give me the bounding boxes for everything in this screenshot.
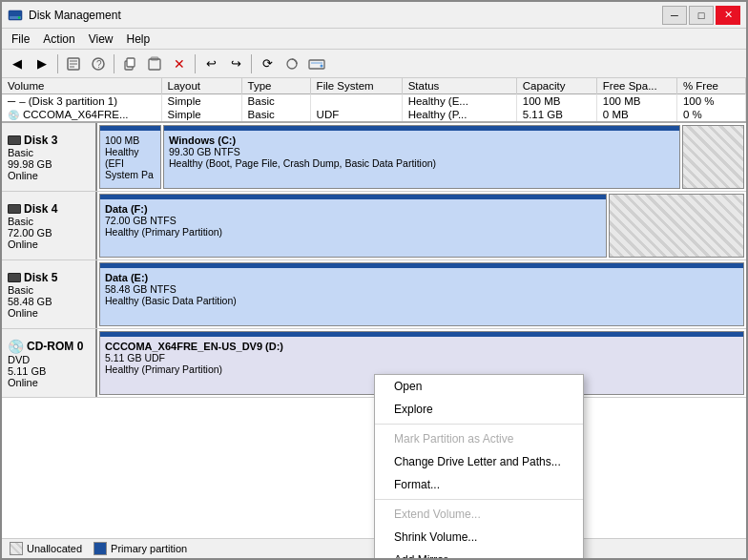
back-button[interactable]: ◀: [6, 53, 29, 74]
copy-button[interactable]: [118, 53, 141, 74]
context-menu: OpenExploreMark Partition as ActiveChang…: [374, 374, 584, 558]
part-size-0-0: 100 MB: [105, 135, 156, 146]
table-cell-r1-c0: 💿CCCOMA_X64FRE...: [2, 108, 161, 121]
table-cell-r1-c2: Basic: [241, 108, 310, 121]
menu-bar: File Action View Help: [2, 29, 746, 50]
disk-label-1: Disk 4 Basic 72.00 GB Online: [2, 192, 97, 259]
disk-icon: [8, 135, 21, 145]
context-menu-item-4[interactable]: Format...: [375, 473, 583, 496]
rescan-button[interactable]: [280, 53, 303, 74]
table-cell-r1-c5: 5.11 GB: [516, 108, 596, 121]
table-cell-r1-c1: Simple: [161, 108, 241, 121]
partition-stripe-2-0: [100, 263, 743, 268]
partition-1-0[interactable]: Data (F:)72.00 GB NTFSHealthy (Primary P…: [99, 194, 607, 258]
close-button[interactable]: ✕: [716, 6, 740, 25]
context-menu-item-7[interactable]: Add Mirror...: [375, 549, 583, 558]
disk-label-0: Disk 3 Basic 99.98 GB Online: [2, 123, 97, 191]
col-percentfree[interactable]: % Free: [676, 78, 745, 94]
delete-button[interactable]: ✕: [168, 53, 191, 74]
col-volume[interactable]: Volume: [2, 78, 161, 94]
redo-button[interactable]: ↪: [224, 53, 247, 74]
disk-name-2: Disk 5: [24, 271, 57, 284]
menu-view[interactable]: View: [83, 31, 119, 48]
context-menu-item-1[interactable]: Explore: [375, 398, 583, 421]
disk-type-1: Basic: [8, 216, 90, 227]
disk-type-3: DVD: [8, 354, 90, 365]
table-cell-r1-c4: Healthy (P...: [402, 108, 516, 121]
part-label-0-1: Windows (C:): [169, 135, 675, 146]
svg-rect-10: [127, 58, 135, 67]
undo-button[interactable]: ↩: [199, 53, 222, 74]
table-row[interactable]: 💿CCCOMA_X64FRE...SimpleBasicUDFHealthy (…: [2, 108, 746, 121]
disk-name-3: CD-ROM 0: [27, 340, 83, 353]
disk-label-2: Disk 5 Basic 58.48 GB Online: [2, 260, 97, 328]
disk-type-0: Basic: [8, 147, 90, 158]
disk-row-0: Disk 3 Basic 99.98 GB Online 100 MBHealt…: [2, 123, 746, 192]
minimize-button[interactable]: ─: [662, 6, 687, 25]
context-menu-sep-4: [375, 499, 583, 500]
partition-stripe-0-0: [100, 126, 160, 131]
disk-status-0: Online: [8, 170, 90, 181]
help-button[interactable]: ?: [87, 53, 110, 74]
partition-1-1[interactable]: [609, 194, 744, 258]
part-status-2-0: Healthy (Basic Data Partition): [105, 295, 738, 306]
table-cell-r0-c7: 100 %: [676, 94, 745, 109]
forward-button[interactable]: ▶: [31, 53, 53, 74]
table-cell-r0-c4: Healthy (E...: [402, 94, 516, 109]
toolbar-sep-2: [114, 54, 114, 73]
disk-properties-button[interactable]: [305, 53, 328, 74]
refresh-button[interactable]: ⟳: [256, 53, 279, 74]
disk-status-3: Online: [8, 377, 90, 388]
disk-size-0: 99.98 GB: [8, 158, 90, 170]
partition-0-1[interactable]: Windows (C:)99.30 GB NTFSHealthy (Boot, …: [163, 125, 680, 189]
disk-name-0: Disk 3: [24, 134, 57, 147]
svg-rect-14: [309, 60, 324, 69]
title-bar-controls: ─ □ ✕: [662, 6, 740, 25]
maximize-button[interactable]: □: [689, 6, 714, 25]
part-status-0-1: Healthy (Boot, Page File, Crash Dump, Ba…: [169, 157, 675, 169]
col-filesystem[interactable]: File System: [310, 78, 402, 94]
table-cell-r0-c3: [310, 94, 402, 109]
partition-0-0[interactable]: 100 MBHealthy (EFI System Pa: [99, 125, 161, 189]
table-cell-r0-c2: Basic: [241, 94, 310, 109]
window-title: Disk Management: [29, 9, 121, 22]
part-status-1-0: Healthy (Primary Partition): [105, 226, 601, 238]
disk-management-icon: [8, 8, 23, 23]
title-bar: Disk Management ─ □ ✕: [2, 2, 746, 29]
col-status[interactable]: Status: [402, 78, 516, 94]
context-menu-item-2: Mark Partition as Active: [375, 427, 583, 450]
context-menu-item-3[interactable]: Change Drive Letter and Paths...: [375, 450, 583, 473]
partition-2-0[interactable]: Data (E:)58.48 GB NTFSHealthy (Basic Dat…: [99, 262, 744, 326]
part-label-2-0: Data (E:): [105, 272, 738, 283]
menu-action[interactable]: Action: [37, 31, 80, 48]
disk-icon: [8, 204, 21, 214]
col-freespace[interactable]: Free Spa...: [596, 78, 676, 94]
context-menu-sep-1: [375, 424, 583, 425]
disk-size-2: 58.48 GB: [8, 296, 90, 307]
partition-stripe-0-1: [164, 126, 679, 131]
menu-file[interactable]: File: [6, 31, 35, 48]
svg-point-16: [321, 64, 323, 67]
properties-button[interactable]: [62, 53, 85, 74]
menu-help[interactable]: Help: [121, 31, 156, 48]
legend-primary: Primary partition: [94, 542, 187, 555]
col-layout[interactable]: Layout: [161, 78, 241, 94]
disk-partitions-2: Data (E:)58.48 GB NTFSHealthy (Basic Dat…: [97, 260, 746, 328]
table-cell-r1-c3: UDF: [310, 108, 402, 121]
toolbar-sep-3: [195, 54, 196, 73]
paste-button[interactable]: [143, 53, 166, 74]
disk-size-3: 5.11 GB: [8, 365, 90, 377]
col-capacity[interactable]: Capacity: [516, 78, 596, 94]
context-menu-item-6[interactable]: Shrink Volume...: [375, 526, 583, 549]
col-type[interactable]: Type: [241, 78, 310, 94]
disk-name-1: Disk 4: [24, 202, 57, 216]
table-row[interactable]: ─– (Disk 3 partition 1)SimpleBasicHealth…: [2, 94, 746, 109]
partition-stripe-1-0: [100, 195, 606, 199]
context-menu-item-0[interactable]: Open: [375, 375, 583, 398]
toolbar: ◀ ▶ ?: [2, 50, 746, 78]
disk-size-1: 72.00 GB: [8, 227, 90, 239]
svg-rect-12: [149, 59, 160, 70]
partition-stripe-3-0: [100, 332, 743, 337]
table-cell-r1-c6: 0 MB: [596, 108, 676, 121]
partition-0-2[interactable]: [682, 125, 744, 189]
